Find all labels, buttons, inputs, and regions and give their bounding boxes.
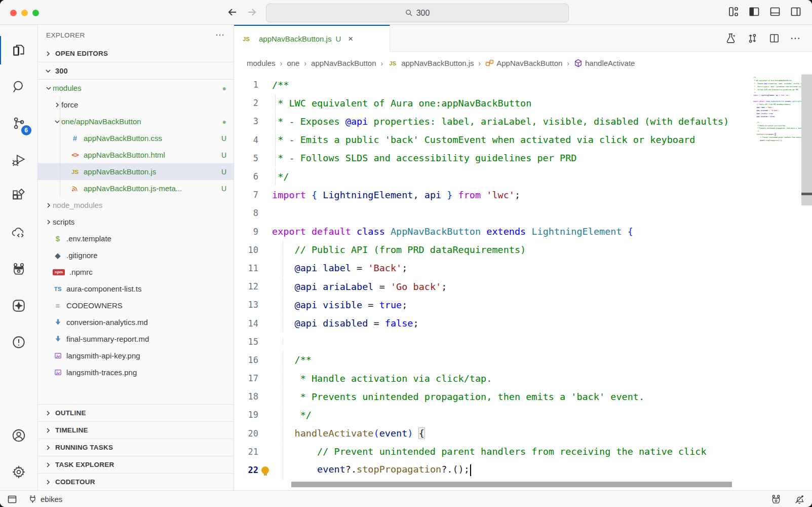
breadcrumb-item[interactable]: modules <box>247 59 276 67</box>
line-number: 21 <box>234 447 258 457</box>
breadcrumb-item[interactable]: AppNavBackButton <box>485 59 562 67</box>
tree-item-appnavbackbutton-css[interactable]: #appNavBackButton.cssU <box>38 130 234 147</box>
code-line-13[interactable]: 13 @api visible = true; <box>234 296 812 314</box>
code-line-10[interactable]: 10 // Public API (from PRD dataRequireme… <box>234 241 812 259</box>
breadcrumb-item[interactable]: handleActivate <box>574 59 635 67</box>
tree-item--env-template[interactable]: $.env.template <box>38 230 234 247</box>
code-line-1[interactable]: 1/** <box>234 76 812 94</box>
tree-item-node-modules[interactable]: node_modules <box>38 197 234 213</box>
toggle-panel-icon[interactable] <box>769 6 781 18</box>
tree-item-langsmith-traces-png[interactable]: langsmith-traces.png <box>38 364 234 381</box>
code-line-5[interactable]: 5 * - Follows SLDS and accessibility gui… <box>234 149 812 167</box>
command-center-search[interactable]: 300 <box>266 4 569 22</box>
minimap[interactable]: /** * LWC equivalent of Aura one:appNavB… <box>753 75 801 198</box>
toggle-primary-sidebar-icon[interactable] <box>748 6 760 18</box>
tree-item-appnavbackbutton-html[interactable]: <>appNavBackButton.htmlU <box>38 147 234 163</box>
sidebar-item-search[interactable] <box>0 68 38 105</box>
chevron-down-icon <box>44 67 52 75</box>
breadcrumb-separator: › <box>567 59 569 67</box>
sidebar-item-source-control[interactable]: 6 <box>0 105 38 141</box>
minimize-window-button[interactable] <box>21 10 28 16</box>
close-window-button[interactable] <box>10 10 17 16</box>
compare-changes-icon[interactable] <box>747 32 758 44</box>
code-line-22[interactable]: 22 event?.stopPropagation?.(); <box>234 461 812 479</box>
line-number: 5 <box>234 153 258 163</box>
remote-window-button[interactable] <box>7 494 17 504</box>
tab-appnavbackbutton-js[interactable]: JS appNavBackButton.js U × <box>234 25 390 52</box>
panel-task-explorer[interactable]: TASK EXPLORER <box>38 456 234 473</box>
code-line-17[interactable]: 17 * Handle activation via click/tap. <box>234 369 812 387</box>
code-line-14[interactable]: 14 @api disabled = false; <box>234 314 812 332</box>
sidebar-item-ai-assistant[interactable] <box>0 287 38 324</box>
line-number: 13 <box>234 300 258 310</box>
code-line-20[interactable]: 20 handleActivate(event) { <box>234 424 812 443</box>
customize-layout-icon[interactable] <box>727 6 740 18</box>
code-line-11[interactable]: 11 @api label = 'Back'; <box>234 259 812 277</box>
tree-item-appnavbackbutton-js-meta-[interactable]: appNavBackButton.js-meta...U <box>38 180 234 197</box>
run-tests-icon[interactable] <box>725 32 737 44</box>
sidebar-item-extensions[interactable] <box>0 178 38 214</box>
code-line-8[interactable]: 8 <box>234 204 812 222</box>
tree-item-conversion-analytics-md[interactable]: conversion-analytics.md <box>38 314 234 331</box>
code-line-21[interactable]: 21 // Prevent unintended parent handlers… <box>234 443 812 461</box>
tree-item-langsmith-api-key-png[interactable]: langsmith-api-key.png <box>38 347 234 364</box>
tree-item-appnavbackbutton-js[interactable]: JSappNavBackButton.jsU <box>38 163 234 180</box>
xml-meta-file-icon <box>70 185 80 192</box>
tree-item-modules[interactable]: modules● <box>38 80 234 96</box>
toggle-secondary-sidebar-icon[interactable] <box>790 6 802 18</box>
zoom-window-button[interactable] <box>32 10 39 16</box>
breadcrumb-item[interactable]: one <box>287 59 299 67</box>
horizontal-scrollbar[interactable] <box>291 482 732 487</box>
panel-timeline[interactable]: TIMELINE <box>38 421 234 439</box>
code-line-6[interactable]: 6 */ <box>234 167 812 186</box>
tree-item-force[interactable]: force <box>38 96 234 113</box>
code-line-12[interactable]: 12 @api ariaLabel = 'Go back'; <box>234 277 812 296</box>
symbol-class-icon <box>485 59 494 67</box>
code-line-15[interactable]: 15 <box>234 333 812 351</box>
back-arrow-icon[interactable] <box>226 6 239 18</box>
explorer-more-icon[interactable]: ⋯ <box>215 29 225 41</box>
breadcrumb-item[interactable]: JSappNavBackButton.js <box>388 59 474 67</box>
code-line-3[interactable]: 3 * - Exposes @api properties: label, ar… <box>234 112 812 130</box>
workspace-root-row[interactable]: 300 <box>38 62 234 80</box>
code-line-4[interactable]: 4 * - Emits a public 'back' CustomEvent … <box>234 131 812 149</box>
tree-item-final-summary-report-md[interactable]: final-summary-report.md <box>38 331 234 347</box>
tree-item-scripts[interactable]: scripts <box>38 213 234 230</box>
line-number: 14 <box>234 318 258 329</box>
code-line-16[interactable]: 16 /** <box>234 351 812 369</box>
code-line-7[interactable]: 7import { LightningElement, api } from '… <box>234 186 812 204</box>
code-area[interactable]: 1/**2 * LWC equivalent of Aura one:appNa… <box>234 75 812 490</box>
more-actions-icon[interactable]: ⋯ <box>790 32 801 44</box>
tree-item-codeowners[interactable]: ≡CODEOWNERS <box>38 297 234 314</box>
sidebar-item-run-debug[interactable] <box>0 141 38 178</box>
tree-item-one-appnavbackbutton[interactable]: one/appNavBackButton● <box>38 113 234 130</box>
sidebar-item-problems[interactable] <box>0 324 38 360</box>
tree-item--npmrc[interactable]: npm.npmrc <box>38 264 234 280</box>
line-number: 18 <box>234 391 258 402</box>
panel-outline[interactable]: OUTLINE <box>38 404 234 421</box>
branch-status-item[interactable]: ebikes <box>28 494 62 504</box>
bear-icon[interactable] <box>770 494 782 505</box>
sidebar-item-cloud-code[interactable] <box>0 214 38 251</box>
tree-item--gitignore[interactable]: ◆.gitignore <box>38 247 234 264</box>
settings-button[interactable] <box>0 454 38 490</box>
sidebar-item-explorer[interactable] <box>0 32 38 68</box>
vertical-scrollbar[interactable] <box>801 75 812 205</box>
forward-arrow-icon[interactable] <box>246 6 258 18</box>
do-not-disturb-bell-icon[interactable] <box>794 494 805 505</box>
account-button[interactable] <box>0 417 38 454</box>
split-editor-icon[interactable] <box>768 32 780 44</box>
code-line-2[interactable]: 2 * LWC equivalent of Aura one:appNavBac… <box>234 94 812 112</box>
line-number: 1 <box>234 80 258 90</box>
panel-running-tasks[interactable]: RUNNING TASKS <box>38 439 234 456</box>
panel-codetour[interactable]: CODETOUR <box>38 473 234 490</box>
open-editors-section[interactable]: OPEN EDITORS <box>38 45 234 62</box>
code-line-19[interactable]: 19 */ <box>234 406 812 424</box>
lightbulb-icon[interactable] <box>261 466 269 474</box>
close-tab-icon[interactable]: × <box>348 34 353 44</box>
sidebar-item-bear-extension[interactable] <box>0 251 38 287</box>
breadcrumb-item[interactable]: appNavBackButton <box>311 59 376 67</box>
tree-item-aura-component-list-ts[interactable]: TSaura-component-list.ts <box>38 280 234 297</box>
code-line-9[interactable]: 9export default class AppNavBackButton e… <box>234 223 812 241</box>
code-line-18[interactable]: 18 * Prevents unintended propagation, th… <box>234 387 812 406</box>
